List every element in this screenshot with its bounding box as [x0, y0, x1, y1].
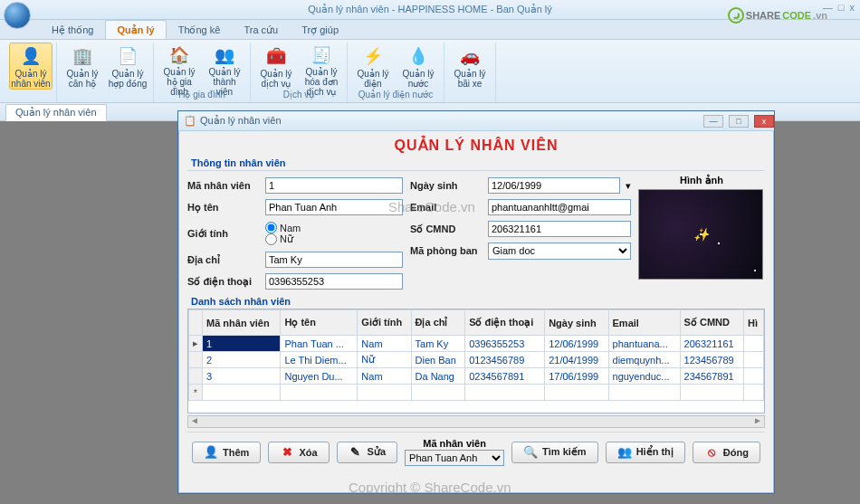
table-header[interactable]: Họ tên: [281, 310, 358, 336]
close-button[interactable]: ⦸Đóng: [693, 442, 760, 463]
ribbon-button[interactable]: 📄Quản lý hợp đồng: [106, 43, 149, 90]
table-cell[interactable]: Phan Tuan ...: [281, 336, 358, 352]
ribbon-group-label: [100, 90, 110, 100]
table-cell[interactable]: 2: [203, 352, 281, 368]
ribbon-group-label: [26, 90, 36, 100]
child-maximize-button[interactable]: □: [729, 115, 749, 128]
ribbon-button[interactable]: 🏢Quản lý căn hộ: [61, 43, 104, 90]
child-window-titlebar[interactable]: 📋 Quản lý nhân viên — □ x: [178, 111, 774, 131]
label-gender: Giới tính: [187, 228, 260, 240]
child-window: 📋 Quản lý nhân viên — □ x QUẢN LÝ NHÂN V…: [177, 110, 775, 494]
ribbon-button[interactable]: ⚡Quản lý điện: [351, 43, 395, 90]
table-header[interactable]: Địa chỉ: [411, 310, 465, 336]
ribbon-tab-3[interactable]: Tra cứu: [232, 20, 290, 39]
table-cell[interactable]: Dien Ban: [411, 352, 465, 368]
edit-button[interactable]: ✎Sửa: [337, 442, 397, 463]
ribbon-button-icon: 🏠: [167, 47, 191, 65]
table-cell[interactable]: Nguyen Du...: [281, 368, 358, 385]
search-field-select[interactable]: Phan Tuan Anh: [405, 450, 504, 466]
table-cell[interactable]: diemquynh...: [608, 352, 680, 368]
ribbon-button-icon: 🧰: [264, 47, 288, 67]
table-cell[interactable]: phantuana...: [608, 336, 680, 352]
table-row[interactable]: 3Nguyen Du...NamDa Nang023456789117/06/1…: [189, 368, 764, 385]
input-email[interactable]: [488, 199, 631, 215]
datepicker-icon[interactable]: ▾: [626, 180, 631, 192]
action-button-bar: 👤Thêm ✖Xóa ✎Sửa Mã nhân viên Phan Tuan A…: [187, 432, 765, 466]
ribbon-button[interactable]: 💧Quản lý nước: [397, 43, 440, 90]
table-header[interactable]: Hì: [743, 310, 763, 336]
table-cell[interactable]: 17/06/1999: [545, 368, 608, 385]
label-dob: Ngày sinh: [410, 180, 483, 191]
input-address[interactable]: [265, 252, 403, 268]
ribbon-button-label: Quản lý nhân viên: [10, 69, 52, 89]
table-cell[interactable]: Le Thi Diem...: [281, 352, 358, 368]
table-cell[interactable]: 0234567891: [465, 368, 545, 385]
label-dept: Mã phòng ban: [410, 245, 483, 256]
table-cell[interactable]: 21/04/1999: [545, 352, 608, 368]
ribbon-tab-4[interactable]: Trợ giúp: [290, 20, 350, 39]
ribbon-tab-1[interactable]: Quản lý: [105, 20, 166, 39]
radio-male[interactable]: [265, 222, 277, 233]
table-header[interactable]: Giới tính: [358, 310, 411, 336]
input-cmnd[interactable]: [488, 221, 631, 237]
ribbon-tab-0[interactable]: Hệ thống: [40, 20, 105, 39]
table-row[interactable]: ▸1Phan Tuan ...NamTam Ky039635525312/06/…: [189, 336, 764, 352]
input-phone[interactable]: [265, 273, 403, 290]
input-name[interactable]: [265, 199, 403, 215]
ribbon-button[interactable]: 👥Quản lý thành viên: [203, 43, 246, 90]
ribbon-button-label: Quản lý hợp đồng: [107, 69, 148, 89]
radio-female-label[interactable]: Nữ: [265, 233, 301, 245]
main-maximize-button[interactable]: □: [838, 2, 845, 13]
ribbon-button[interactable]: 👤Quản lý nhân viên: [9, 43, 53, 90]
ribbon-tab-2[interactable]: Thống kê: [167, 20, 233, 39]
document-tab[interactable]: Quản lý nhân viên: [5, 104, 107, 121]
table-header[interactable]: Email: [608, 310, 680, 336]
table-header[interactable]: Số CMND: [680, 310, 743, 336]
table-row[interactable]: 2Le Thi Diem...NữDien Ban012345678921/04…: [189, 352, 764, 368]
table-cell[interactable]: 0396355253: [465, 336, 545, 352]
table-cell[interactable]: 12/06/1999: [545, 336, 608, 352]
ribbon-button-icon: 🚗: [458, 47, 482, 67]
table-cell[interactable]: Da Nang: [411, 368, 465, 385]
horizontal-scrollbar[interactable]: [187, 415, 765, 428]
table-cell[interactable]: nguyenduc...: [608, 368, 680, 385]
label-id: Mã nhân viên: [187, 180, 260, 191]
delete-button[interactable]: ✖Xóa: [268, 442, 329, 463]
table-header[interactable]: Ngày sinh: [545, 310, 608, 336]
table-cell[interactable]: 123456789: [680, 352, 743, 368]
ribbon-button[interactable]: 🚗Quản lý bãi xe: [448, 43, 492, 90]
input-dob[interactable]: [488, 177, 620, 194]
ribbon-button[interactable]: 🧾Quản lý hóa đơn dịch vụ: [300, 43, 343, 90]
table-cell[interactable]: 3: [203, 368, 281, 385]
employee-table[interactable]: Mã nhân viênHọ tênGiới tínhĐịa chỉSố điệ…: [187, 309, 765, 414]
main-close-button[interactable]: x: [850, 2, 855, 13]
ribbon-button-label: Quản lý điện: [352, 69, 394, 89]
add-button[interactable]: 👤Thêm: [192, 442, 261, 463]
ribbon-button[interactable]: 🏠Quản lý hộ gia đình: [158, 43, 201, 90]
sharecode-logo: SHARECODE.vn: [728, 7, 827, 24]
ribbon-button[interactable]: 🧰Quản lý dịch vụ: [254, 43, 298, 90]
table-header[interactable]: Mã nhân viên: [203, 310, 281, 336]
table-cell[interactable]: 1: [203, 336, 281, 352]
child-minimize-button[interactable]: —: [703, 115, 723, 128]
child-close-button[interactable]: x: [754, 115, 774, 128]
table-cell[interactable]: Nam: [358, 336, 411, 352]
table-header[interactable]: Số điện thoại: [465, 310, 545, 336]
child-window-title: Quản lý nhân viên: [200, 115, 282, 127]
input-id[interactable]: [265, 177, 403, 194]
table-cell[interactable]: 234567891: [680, 368, 743, 385]
table-cell[interactable]: 206321161: [680, 336, 743, 352]
search-button[interactable]: 🔍Tìm kiếm: [511, 442, 598, 463]
table-cell[interactable]: 0123456789: [465, 352, 545, 368]
radio-male-label[interactable]: Nam: [265, 222, 301, 233]
select-dept[interactable]: Giam doc: [488, 242, 631, 260]
show-button[interactable]: 👥Hiển thị: [606, 442, 685, 463]
table-cell[interactable]: Nam: [358, 368, 411, 385]
table-cell[interactable]: Nữ: [358, 352, 411, 368]
add-icon: 👤: [204, 445, 218, 460]
employee-image[interactable]: ✨: [638, 189, 763, 280]
radio-female[interactable]: [265, 233, 277, 245]
search-field-label: Mã nhân viên: [423, 438, 486, 449]
app-orb-icon[interactable]: [4, 2, 31, 29]
table-cell[interactable]: Tam Ky: [411, 336, 465, 352]
